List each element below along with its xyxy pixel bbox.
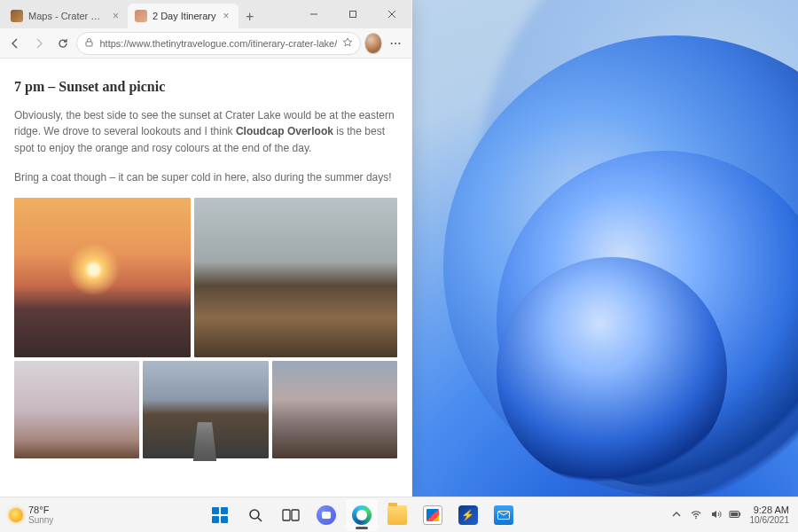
photo-gallery	[14, 198, 397, 357]
tab-itinerary[interactable]: 2 Day Itinerary ×	[128, 4, 239, 28]
clock[interactable]: 9:28 AM 10/6/2021	[750, 505, 790, 525]
svg-rect-7	[283, 510, 290, 520]
volume-icon[interactable]	[709, 508, 722, 522]
menu-button[interactable]: ···	[386, 31, 406, 56]
tab-close-icon[interactable]: ×	[111, 11, 121, 21]
lock-icon	[84, 37, 94, 49]
svg-rect-8	[292, 510, 299, 520]
close-button[interactable]	[372, 0, 411, 28]
forward-button[interactable]	[29, 31, 50, 56]
page-content[interactable]: 7 pm – Sunset and picnic Obviously, the …	[0, 59, 411, 497]
mail-button[interactable]	[488, 499, 520, 531]
article-paragraph: Bring a coat though – it can be super co…	[14, 169, 397, 186]
clock-time: 9:28 AM	[750, 505, 790, 515]
tab-maps[interactable]: Maps - Crater Lake ×	[4, 4, 128, 28]
tab-label: Maps - Crater Lake	[28, 11, 106, 21]
browser-window: Maps - Crater Lake × 2 Day Itinerary × +	[0, 0, 412, 497]
chat-button[interactable]	[310, 499, 342, 531]
svg-rect-4	[86, 42, 92, 46]
favicon-icon	[11, 10, 23, 22]
store-button[interactable]	[417, 499, 449, 531]
article-heading: 7 pm – Sunset and picnic	[14, 76, 397, 98]
back-button[interactable]	[5, 31, 26, 56]
url-text: https://www.thetinytravelogue.com/itiner…	[99, 38, 337, 49]
battery-icon[interactable]	[729, 508, 741, 522]
taskbar-center: ⚡	[53, 499, 669, 531]
photo-sunset[interactable]	[14, 198, 191, 357]
address-bar[interactable]: https://www.thetinytravelogue.com/itiner…	[76, 32, 361, 55]
profile-avatar[interactable]	[364, 33, 382, 54]
tab-close-icon[interactable]: ×	[222, 11, 231, 21]
new-tab-button[interactable]: +	[239, 5, 262, 28]
tab-label: 2 Day Itinerary	[153, 11, 216, 21]
clock-date: 10/6/2021	[750, 515, 790, 525]
photo-haze[interactable]	[14, 361, 139, 458]
svg-rect-12	[739, 512, 739, 516]
file-explorer-button[interactable]	[381, 499, 413, 531]
powertoys-button[interactable]: ⚡	[452, 499, 484, 531]
photo-dusk[interactable]	[272, 361, 397, 458]
svg-line-6	[258, 518, 262, 521]
maximize-button[interactable]	[333, 0, 372, 28]
svg-point-10	[695, 517, 697, 519]
chevron-up-icon[interactable]	[670, 508, 683, 522]
wifi-icon[interactable]	[690, 508, 702, 522]
system-tray[interactable]	[670, 508, 741, 522]
article-paragraph: Obviously, the best side to see the suns…	[14, 107, 397, 157]
desktop: Maps - Crater Lake × 2 Day Itinerary × +	[0, 0, 798, 497]
svg-rect-13	[731, 512, 738, 515]
taskbar-right: 9:28 AM 10/6/2021	[670, 505, 790, 525]
weather-condition: Sunny	[28, 515, 53, 525]
weather-temp: 78°F	[28, 505, 53, 515]
sun-icon	[9, 508, 23, 522]
photo-gallery-row	[14, 361, 397, 458]
minimize-button[interactable]	[294, 0, 333, 28]
favorite-icon[interactable]	[342, 37, 353, 50]
photo-road[interactable]	[143, 361, 268, 458]
weather-widget[interactable]: 78°F Sunny	[9, 505, 53, 525]
edge-button[interactable]	[346, 499, 378, 531]
photo-ridge[interactable]	[194, 198, 397, 357]
search-button[interactable]	[239, 499, 271, 531]
refresh-button[interactable]	[53, 31, 74, 56]
toolbar: https://www.thetinytravelogue.com/itiner…	[0, 28, 411, 59]
window-controls	[294, 0, 411, 28]
task-view-button[interactable]	[275, 499, 307, 531]
titlebar[interactable]: Maps - Crater Lake × 2 Day Itinerary × +	[0, 0, 411, 28]
start-button[interactable]	[204, 499, 236, 531]
favicon-icon	[135, 10, 147, 22]
taskbar: 78°F Sunny ⚡	[0, 497, 798, 532]
svg-point-5	[250, 510, 259, 519]
svg-rect-1	[350, 12, 356, 18]
